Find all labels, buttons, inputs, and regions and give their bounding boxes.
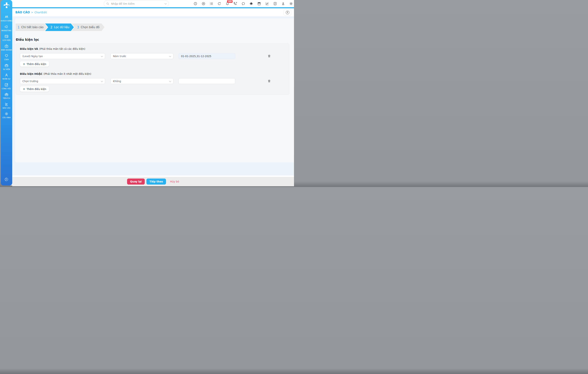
- help-button[interactable]: ?: [284, 9, 291, 16]
- sidebar-item-label: MARKETING: [1, 30, 11, 31]
- sidebar-item-label: KINH DOANH: [1, 49, 12, 51]
- suitcase-icon: [4, 63, 9, 68]
- sidebar-item-khach-hang[interactable]: KHÁCH HÀNG: [1, 13, 12, 23]
- sidebar-item-marketing[interactable]: MARKETING: [1, 23, 12, 33]
- add-condition-label: Thêm điều kiện: [27, 88, 46, 91]
- page-background: 1 Chi tiết báo cáo 2 Lọc dữ liệu 3 Chọn …: [12, 16, 294, 176]
- filter-conditions-card: Điều kiện VÀ (Phải thỏa mãn tất cả các đ…: [16, 43, 289, 95]
- sidebar-item-label: KHÁCH HÀNG: [1, 20, 12, 22]
- step-number: 1: [18, 25, 20, 29]
- and-field-select[interactable]: (Lead) Ngày tạo: [20, 53, 105, 59]
- or-label: Điều kiện HOẶC: [20, 72, 42, 75]
- chevron-down-icon: [169, 55, 171, 57]
- step-label: Chọn biểu đồ: [81, 26, 99, 29]
- and-group-label: Điều kiện VÀ (Phải thỏa mãn tất cả các đ…: [20, 47, 289, 50]
- search-scope-chevron-icon[interactable]: [165, 2, 167, 4]
- calendar-icon[interactable]: [257, 2, 261, 6]
- breadcrumb-page: ChartEdit: [34, 11, 47, 14]
- sidebar-item-bao-cao[interactable]: BÁO CÁO: [1, 101, 12, 111]
- step-loc-du-lieu-active[interactable]: 2 Lọc dữ liệu: [45, 23, 74, 31]
- chevron-down-icon: [101, 80, 103, 82]
- next-button[interactable]: Tiếp theo: [147, 178, 166, 185]
- or-field-select[interactable]: Chọn trường: [20, 78, 105, 84]
- notification-badge: 189: [227, 0, 232, 3]
- briefcase-check-icon: [4, 44, 9, 48]
- top-bar: 189: [12, 0, 294, 7]
- app-logo[interactable]: [3, 1, 10, 9]
- gear-icon: [4, 112, 9, 116]
- gear-icon[interactable]: [289, 2, 293, 6]
- step-label: Lọc dữ liệu: [54, 26, 69, 29]
- or-operator-value: Không: [113, 80, 121, 83]
- or-condition-row: Chọn trường Không: [20, 78, 289, 84]
- alert-icon[interactable]: [193, 2, 197, 6]
- sidebar-item-cau-hinh[interactable]: CẤU HÌNH: [1, 110, 12, 120]
- plus-icon: +: [23, 88, 25, 91]
- sidebar-item-cskh[interactable]: CSKH: [1, 52, 12, 62]
- sidebar-item-label: CÔNG VIỆC: [2, 88, 11, 90]
- or-add-condition-button[interactable]: + Thêm điều kiện: [20, 86, 49, 92]
- step-number: 3: [77, 25, 79, 29]
- toolbox-icon: [4, 92, 9, 97]
- search-icon: [106, 2, 109, 5]
- chevron-down-icon: [169, 80, 171, 82]
- ring-bell-icon[interactable]: [249, 2, 253, 6]
- back-button[interactable]: Quay lại: [127, 178, 145, 185]
- sidebar-item-cong-viec[interactable]: CÔNG VIỆC: [1, 81, 12, 91]
- sidebar-item-tien-ich[interactable]: TIỆN ÍCH: [1, 91, 12, 101]
- or-value-input[interactable]: [178, 78, 235, 84]
- search-input[interactable]: [111, 2, 163, 5]
- global-search[interactable]: [104, 0, 169, 7]
- sidebar-nav: KHÁCH HÀNG MARKETING LỊCH HẸN KINH DOANH…: [1, 13, 12, 120]
- topbar-icons: 189: [193, 2, 293, 6]
- sidebar-item-kinh-doanh[interactable]: KINH DOANH: [1, 43, 12, 52]
- plus-wave-logo-icon: [3, 1, 10, 9]
- and-value-input[interactable]: [178, 53, 235, 59]
- clock-icon: [4, 177, 9, 182]
- sidebar-clock-button[interactable]: [1, 177, 12, 182]
- sidebar-item-nhan-su[interactable]: NHÂN SỰ: [1, 72, 12, 81]
- trash-icon: [268, 80, 271, 83]
- step-number: 2: [50, 25, 52, 29]
- list-icon[interactable]: [210, 2, 213, 6]
- or-delete-condition-button[interactable]: [267, 79, 271, 83]
- wizard-steps: 1 Chi tiết báo cáo 2 Lọc dữ liệu 3 Chọn …: [16, 23, 289, 31]
- or-field-value: Chọn trường: [22, 80, 38, 83]
- and-add-condition-button[interactable]: + Thêm điều kiện: [20, 61, 49, 67]
- trash-icon: [268, 54, 271, 58]
- cancel-link[interactable]: Hủy bỏ: [170, 180, 179, 183]
- customers-icon: [4, 15, 9, 19]
- and-hint: (Phải thỏa mãn tất cả các điều kiện): [39, 47, 85, 50]
- and-label: Điều kiện VÀ: [20, 47, 38, 50]
- sidebar-item-label: CẤU HÌNH: [2, 117, 11, 119]
- sidebar-item-label: NHÂN SỰ: [2, 78, 10, 80]
- sidebar-item-lich-hen[interactable]: LỊCH HẸN: [1, 33, 12, 43]
- footer-bar: Quay lại Tiếp theo Hủy bỏ: [12, 177, 294, 186]
- report-icon: [4, 102, 9, 106]
- refresh-icon[interactable]: [217, 2, 221, 6]
- step-chi-tiet-bao-cao[interactable]: 1 Chi tiết báo cáo: [16, 23, 47, 31]
- person-icon: [4, 73, 9, 77]
- sidebar-item-su-kien[interactable]: SỰ KIỆN: [1, 62, 12, 72]
- phone-add-icon[interactable]: [233, 2, 237, 6]
- user-icon[interactable]: [281, 2, 285, 6]
- sidebar-item-label: BÁO CÁO: [3, 107, 10, 109]
- line-chart-icon[interactable]: [265, 2, 269, 6]
- and-field-value: (Lead) Ngày tạo: [22, 55, 43, 58]
- add-circle-icon[interactable]: [201, 2, 205, 6]
- breadcrumb-bar: BÁO CÁO > ChartEdit ?: [12, 8, 294, 16]
- and-operator-select[interactable]: Năm trước: [111, 53, 173, 59]
- and-condition-row: (Lead) Ngày tạo Năm trước: [20, 53, 289, 59]
- or-operator-select[interactable]: Không: [111, 78, 173, 84]
- sidebar-item-label: TIỆN ÍCH: [3, 97, 10, 99]
- bell-icon[interactable]: 189: [225, 2, 229, 6]
- step-chon-bieu-do[interactable]: 3 Chọn biểu đồ: [72, 23, 105, 31]
- chevron-down-icon: [101, 55, 103, 57]
- task-check-icon[interactable]: [273, 2, 277, 6]
- sidebar-item-label: LỊCH HẸN: [2, 39, 10, 41]
- chat-icon[interactable]: [241, 2, 245, 6]
- or-group-label: Điều kiện HOẶC (Phải thỏa mãn ít nhất mộ…: [20, 72, 289, 75]
- and-delete-condition-button[interactable]: [267, 54, 271, 58]
- breadcrumb-section[interactable]: BÁO CÁO: [15, 11, 30, 14]
- step-label: Chi tiết báo cáo: [21, 26, 43, 29]
